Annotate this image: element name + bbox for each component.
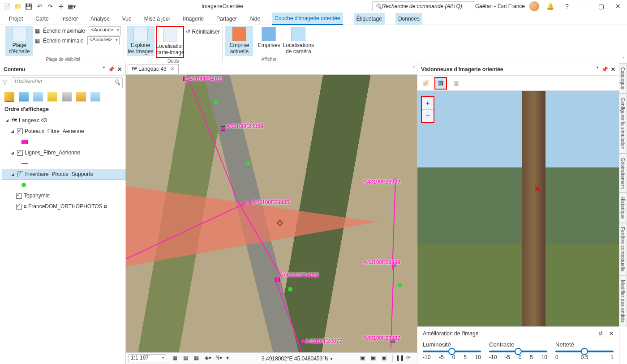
list-by-selection-icon[interactable] — [33, 92, 43, 102]
tab-analyse[interactable]: Analyse — [90, 13, 111, 25]
avatar[interactable] — [529, 1, 539, 11]
maximize-button[interactable]: ▢ — [595, 1, 607, 11]
viewer-panel: Visionneuse d'imagerie orientée ˅📌✕ 🧭 🖼 … — [417, 63, 619, 364]
dyn-icon[interactable]: ◈▾ — [205, 355, 213, 363]
tab-etiquetage[interactable]: Étiquetage — [354, 13, 385, 25]
checkbox[interactable] — [17, 128, 23, 134]
sel3-icon[interactable]: ▣ — [382, 355, 390, 363]
tab-projet[interactable]: Projet — [8, 13, 24, 25]
minimize-button[interactable]: — — [578, 1, 590, 11]
list-by-source-icon[interactable] — [19, 92, 29, 102]
list-by-perf-icon[interactable] — [90, 92, 100, 102]
list-by-editing-icon[interactable] — [47, 92, 57, 102]
side-tab-catalogue[interactable]: Catalogue — [619, 63, 627, 94]
tab-carte[interactable]: Carte — [34, 13, 49, 25]
panel-close-icon[interactable]: ✕ — [117, 66, 122, 73]
save-icon[interactable]: 💾 — [24, 2, 33, 11]
map-view[interactable]: A43100F24012 A43100F24059 A43100F23985 A… — [126, 75, 417, 352]
panel-menu-icon[interactable]: ˅ — [103, 66, 105, 73]
min-scale-combo[interactable]: <Aucune> — [87, 36, 120, 45]
explore-icon[interactable]: ✛ — [56, 2, 65, 11]
notifications-icon[interactable]: 🔔 — [544, 1, 556, 11]
max-scale-combo[interactable]: <Aucune> — [89, 26, 121, 35]
checkbox[interactable] — [16, 193, 22, 199]
tab-maj[interactable]: Mise à jour — [143, 13, 172, 25]
panel-pin-icon[interactable]: 📌 — [108, 66, 115, 73]
reset-enhance-icon[interactable]: ↺ — [598, 330, 603, 337]
close-button[interactable]: ✕ — [612, 1, 624, 11]
layer-inventaire[interactable]: ◢Inventaire_Photos_Supports — [2, 169, 125, 180]
layer-poteaux[interactable]: ◢Poteaux_Fibre_Aerienne — [2, 126, 125, 137]
search-input[interactable]: Rechercher — [12, 77, 123, 88]
list-by-snapping-icon[interactable] — [62, 92, 72, 102]
pause-icon[interactable]: ❚❚ — [395, 355, 404, 363]
reinit-button[interactable]: ↺ Réinitialiser — [186, 29, 219, 35]
panel-menu-icon[interactable]: ˅ — [596, 66, 599, 73]
checkbox[interactable] — [17, 171, 23, 177]
refresh-icon[interactable]: ⟳ — [406, 355, 414, 363]
open-icon[interactable]: 📁 — [13, 2, 22, 11]
side-tab-configurer[interactable]: Configurer la simulation — [619, 94, 627, 154]
tab-vue[interactable]: Vue — [121, 13, 133, 25]
tab-couche-imagerie[interactable]: Couche d'imagerie orientée — [272, 13, 343, 25]
oriented-image-view[interactable]: + − ✕ Amélioration de l'image ↺✕ Luminos… — [417, 91, 619, 364]
zoom-in-button[interactable]: + — [422, 97, 434, 110]
zoom-out-button[interactable]: − — [422, 110, 434, 122]
checkbox[interactable] — [17, 150, 23, 156]
image-enhance-panel: Amélioration de l'image ↺✕ Luminosité -1… — [417, 326, 619, 364]
redo-icon[interactable]: ↷ — [46, 2, 55, 11]
contraste-slider[interactable]: Contraste -10-50510 — [489, 341, 547, 360]
constraint-icon[interactable]: ▦ — [194, 355, 202, 363]
list-by-drawing-icon[interactable] — [4, 92, 14, 102]
tab-inserer[interactable]: Insérer — [60, 13, 79, 25]
emprise-actuelle-button[interactable]: Emprise actuelle — [225, 26, 253, 56]
new-project-icon[interactable]: 📄 — [3, 2, 12, 11]
localisation-carte-image-button[interactable]: Localisation carte-image — [156, 26, 184, 58]
layer-toponymie[interactable]: Toponymie — [2, 190, 125, 201]
close-tab-icon[interactable]: ✕ — [170, 66, 175, 72]
layer-ortho[interactable]: ¤ FranceDOM_ORTHOPHOTOS ¤ — [2, 201, 125, 212]
side-tab-geotraitement[interactable]: Géotraitement — [619, 154, 627, 193]
tab-partager[interactable]: Partager — [215, 13, 238, 25]
tab-donnees[interactable]: Données — [395, 13, 422, 25]
grid-icon[interactable]: ▦ — [183, 355, 191, 363]
user-name[interactable]: Gaëtan - Esri France — [475, 3, 525, 9]
select-icon[interactable]: ▣ — [360, 355, 368, 363]
plage-echelle-button[interactable]: Plage d'échelle — [5, 26, 33, 56]
filter-icon[interactable]: ▽ — [3, 79, 10, 86]
emprises-button[interactable]: Emprises — [255, 26, 283, 49]
side-tab-fenetre[interactable]: Fenêtre contextuelle — [619, 223, 627, 276]
sel2-icon[interactable]: ▣ — [371, 355, 379, 363]
luminosite-slider[interactable]: Luminosité -10-50510 — [423, 341, 481, 360]
map-tab-menu-icon[interactable]: ˅ — [412, 66, 415, 72]
panel-close-icon[interactable]: ✕ — [611, 66, 615, 73]
gallery-icon[interactable]: ▥ — [450, 77, 462, 90]
close-enhance-icon[interactable]: ✕ — [609, 330, 614, 337]
nettete-slider[interactable]: Netteté 00.51 — [555, 341, 614, 360]
scale-combo[interactable]: 1:1 197 — [129, 354, 166, 363]
localisations-camera-button[interactable]: Localisations de caméra — [284, 26, 312, 56]
toc-toolbar — [0, 90, 125, 103]
side-tab-modifier[interactable]: Modifier des entités — [619, 276, 627, 326]
list-by-labeling-icon[interactable] — [76, 92, 86, 102]
add-icon[interactable]: ▦▾ — [67, 2, 76, 11]
north-icon[interactable]: N▾ — [215, 355, 223, 363]
layer-lignes[interactable]: ◢Lignes_Fibre_Aerienne — [2, 147, 125, 158]
help-icon[interactable]: ? — [561, 1, 573, 11]
side-tab-historique[interactable]: Historique — [619, 193, 627, 223]
explorer-images-button[interactable]: Explorer les images — [127, 26, 155, 56]
nav-mode-icon[interactable]: 🧭 — [419, 77, 432, 90]
checkbox[interactable] — [16, 204, 22, 210]
image-tools-icon[interactable]: 🖼 — [434, 77, 447, 90]
collapse-ribbon-icon[interactable]: ˆ — [623, 57, 624, 62]
command-search[interactable]: 🔍 Recherche de commande (Alt+Q) — [372, 1, 475, 11]
tab-imagerie[interactable]: Imagerie — [182, 13, 205, 25]
misc-icon[interactable]: ▾ — [226, 355, 234, 363]
map-tab[interactable]: 🗺 Langeac 43✕ — [128, 64, 179, 74]
map-node[interactable]: ◢🗺 Langeac 43 — [2, 115, 125, 126]
contents-panel: Contenu ˅📌✕ ▽ Rechercher Ordre d'afficha… — [0, 63, 126, 364]
tab-aide[interactable]: Aide — [249, 13, 261, 25]
snap-icon[interactable]: ▦ — [172, 355, 180, 363]
panel-pin-icon[interactable]: 📌 — [601, 66, 608, 73]
undo-icon[interactable]: ↶ — [35, 2, 44, 11]
